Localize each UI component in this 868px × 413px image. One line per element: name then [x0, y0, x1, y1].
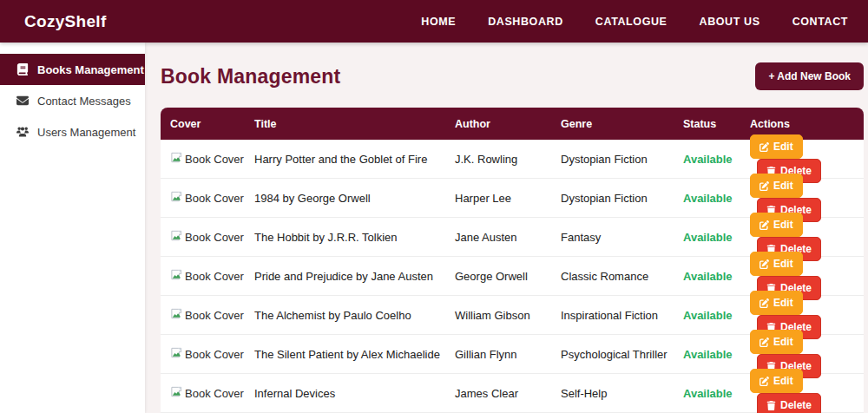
cover-placeholder: Book Cover [170, 385, 254, 401]
nav-link-about-us[interactable]: ABOUT US [700, 16, 760, 28]
edit-icon [760, 259, 769, 269]
edit-button-label: Edit [773, 219, 793, 231]
sidebar-item-contact-messages[interactable]: Contact Messages [0, 85, 145, 116]
edit-button-label: Edit [773, 297, 793, 309]
edit-button-label: Edit [773, 375, 793, 387]
add-new-book-button[interactable]: + Add New Book [755, 62, 864, 90]
book-author: William Gibson [455, 309, 530, 322]
broken-image-icon [170, 268, 183, 284]
status-badge: Available [683, 231, 733, 244]
edit-button[interactable]: Edit [750, 134, 803, 159]
edit-button-label: Edit [773, 336, 793, 348]
status-badge: Available [683, 309, 733, 322]
broken-image-icon [170, 307, 183, 323]
book-icon [16, 63, 29, 76]
cover-alt-text: Book Cover [185, 153, 244, 166]
books-table: Cover Title Author Genre Status Actions … [161, 108, 864, 413]
nav-link-contact[interactable]: CONTACT [792, 16, 848, 28]
sidebar: Books ManagementContact MessagesUsers Ma… [0, 43, 145, 413]
sidebar-item-label: Books Management [37, 63, 144, 76]
status-badge: Available [683, 270, 733, 283]
cover-placeholder: Book Cover [170, 268, 254, 284]
edit-button[interactable]: Edit [750, 369, 803, 393]
page-title: Book Management [161, 65, 340, 88]
edit-icon [760, 377, 769, 386]
edit-button[interactable]: Edit [750, 330, 803, 354]
col-header-title: Title [254, 118, 455, 130]
edit-icon [760, 142, 769, 152]
col-header-author: Author [455, 118, 561, 130]
broken-image-icon [170, 346, 183, 362]
broken-image-icon [170, 229, 183, 245]
cover-placeholder: Book Cover [170, 229, 254, 245]
book-genre: Self-Help [561, 387, 607, 400]
delete-button-label: Delete [780, 399, 812, 411]
edit-icon [760, 298, 769, 308]
book-genre: Inspirational Fiction [561, 309, 658, 322]
edit-icon [760, 220, 769, 230]
cover-alt-text: Book Cover [185, 348, 244, 361]
book-title: Pride and Prejudice by Jane Austen [254, 270, 433, 283]
cover-placeholder: Book Cover [170, 346, 254, 362]
edit-button[interactable]: Edit [750, 213, 803, 237]
status-badge: Available [683, 153, 733, 166]
nav-link-home[interactable]: HOME [421, 16, 456, 28]
book-author: J.K. Rowling [455, 153, 517, 166]
col-header-cover: Cover [161, 118, 254, 130]
cover-alt-text: Book Cover [185, 192, 244, 205]
status-badge: Available [683, 387, 733, 400]
delete-button[interactable]: Delete [757, 393, 821, 413]
sidebar-item-books-management[interactable]: Books Management [0, 54, 145, 85]
broken-image-icon [170, 151, 183, 167]
book-genre: Classic Romance [561, 270, 648, 283]
nav-link-dashboard[interactable]: DASHBOARD [488, 16, 563, 28]
sidebar-item-label: Users Management [37, 126, 135, 139]
cover-placeholder: Book Cover [170, 307, 254, 323]
envelope-icon [16, 95, 29, 108]
book-title: Infernal Devices [254, 387, 335, 400]
edit-button-label: Edit [773, 141, 793, 153]
book-title: The Hobbit by J.R.R. Tolkien [254, 231, 398, 244]
main-layout: Books ManagementContact MessagesUsers Ma… [0, 43, 868, 413]
book-author: James Clear [455, 387, 518, 400]
book-author: Jane Austen [455, 231, 517, 244]
book-title: The Silent Patient by Alex Michaelide [254, 348, 440, 361]
edit-icon [760, 338, 769, 347]
cover-placeholder: Book Cover [170, 190, 254, 206]
table-row: Book CoverInfernal DevicesJames ClearSel… [161, 374, 864, 413]
book-genre: Psychological Thriller [561, 348, 667, 361]
edit-icon [760, 181, 769, 191]
col-header-status: Status [683, 118, 750, 130]
edit-button[interactable]: Edit [750, 252, 803, 276]
col-header-actions: Actions [750, 118, 864, 130]
cover-alt-text: Book Cover [185, 231, 244, 244]
edit-button-label: Edit [773, 180, 793, 192]
brand-logo[interactable]: CozyShelf [24, 12, 107, 31]
edit-button-label: Edit [773, 258, 793, 270]
cover-alt-text: Book Cover [185, 309, 244, 322]
nav-links: HOMEDASHBOARDCATALOGUEABOUT USCONTACT [421, 16, 848, 28]
edit-button[interactable]: Edit [750, 174, 803, 198]
book-author: Gillian Flynn [455, 348, 517, 361]
sidebar-item-label: Contact Messages [37, 95, 131, 108]
nav-link-catalogue[interactable]: CATALOGUE [595, 16, 667, 28]
broken-image-icon [170, 190, 183, 206]
cover-placeholder: Book Cover [170, 151, 254, 167]
main-content: Book Management + Add New Book Cover Tit… [145, 43, 868, 413]
book-author: George Orwell [455, 270, 528, 283]
book-title: Harry Potter and the Goblet of Fire [254, 153, 427, 166]
status-badge: Available [683, 192, 733, 205]
cover-alt-text: Book Cover [185, 387, 244, 400]
col-header-genre: Genre [561, 118, 683, 130]
table-body: Book CoverHarry Potter and the Goblet of… [161, 140, 864, 413]
book-genre: Dystopian Fiction [561, 153, 648, 166]
top-navbar: CozyShelf HOMEDASHBOARDCATALOGUEABOUT US… [0, 0, 868, 43]
status-badge: Available [683, 348, 733, 361]
book-genre: Dystopian Fiction [561, 192, 648, 205]
sidebar-item-users-management[interactable]: Users Management [0, 116, 145, 148]
edit-button[interactable]: Edit [750, 291, 803, 315]
page-header: Book Management + Add New Book [161, 62, 864, 90]
users-icon [16, 126, 29, 139]
book-title: 1984 by George Orwell [254, 192, 371, 205]
trash-icon [766, 401, 776, 410]
